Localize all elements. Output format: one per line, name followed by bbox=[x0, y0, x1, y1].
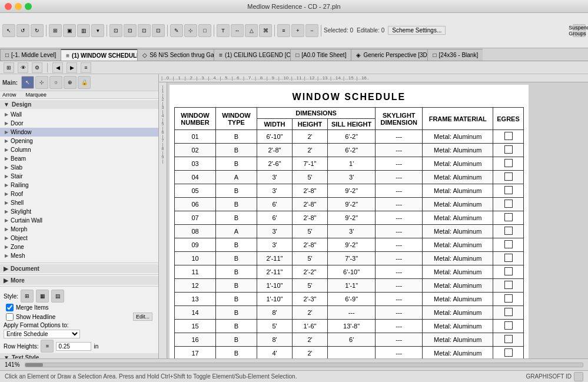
cell-window-type: A bbox=[216, 225, 257, 238]
show-headline-checkbox[interactable]: Show Headline Edit... bbox=[0, 312, 158, 321]
tool-text[interactable]: T bbox=[217, 24, 230, 37]
tree-door[interactable]: ▶Door bbox=[0, 119, 158, 128]
tool-undo[interactable]: ↺ bbox=[16, 24, 29, 37]
cell-window-type: B bbox=[216, 333, 257, 347]
window-controls[interactable] bbox=[5, 3, 32, 10]
close-button[interactable] bbox=[5, 3, 12, 10]
lock-tool[interactable]: 🔒 bbox=[78, 76, 91, 89]
status-icon bbox=[574, 372, 583, 381]
cell-skylight: --- bbox=[376, 130, 423, 144]
tree-shell[interactable]: ▶Shell bbox=[0, 198, 158, 207]
tree-window[interactable]: ▶Window bbox=[0, 128, 158, 137]
tree-mesh[interactable]: ▶Mesh bbox=[0, 251, 158, 260]
selection-tool[interactable]: ⊹ bbox=[35, 76, 48, 89]
tree-beam[interactable]: ▶Beam bbox=[0, 154, 158, 163]
transform-tool[interactable]: ⊕ bbox=[64, 76, 77, 89]
tab-middle-level[interactable]: □ [-1. Middle Level] bbox=[0, 49, 61, 61]
show-headline-input[interactable] bbox=[6, 313, 14, 321]
maximize-button[interactable] bbox=[25, 3, 32, 10]
tree-skylight-label: Skylight bbox=[11, 208, 31, 215]
view-icon-settings[interactable]: ⚙ bbox=[32, 62, 42, 73]
tree-stair[interactable]: ▶Stair bbox=[0, 172, 158, 181]
tool-align2[interactable]: ⊡ bbox=[124, 24, 137, 37]
tree-morph[interactable]: ▶Morph bbox=[0, 225, 158, 234]
th-dimensions: DIMENSIONS bbox=[257, 108, 376, 119]
tool-view2[interactable]: ▥ bbox=[77, 24, 90, 37]
style-icon-1[interactable]: ⊞ bbox=[21, 290, 34, 303]
tree-column[interactable]: ▶Column bbox=[0, 145, 158, 154]
design-header[interactable]: ▼ Design bbox=[0, 100, 158, 109]
view-icon-prev[interactable]: ◀ bbox=[52, 62, 63, 73]
tab-section-garage[interactable]: ◇ S6 N/S Section thrug Garage... bbox=[137, 49, 214, 61]
table-row: 11 B 2'-11" 2'-2" 6'-10" --- Metal: Alum… bbox=[175, 265, 524, 279]
tree-skylight[interactable]: ▶Skylight bbox=[0, 207, 158, 216]
view-icon-eye[interactable]: 👁 bbox=[18, 62, 28, 73]
scroll-thumb[interactable] bbox=[25, 363, 43, 367]
row-height-input[interactable] bbox=[56, 342, 91, 351]
cell-height: 2'-8" bbox=[293, 198, 328, 211]
tree-opening[interactable]: ▶Opening bbox=[0, 137, 158, 145]
tree-object[interactable]: ▶Object bbox=[0, 234, 158, 243]
edit-headline-button[interactable]: Edit... bbox=[133, 313, 152, 321]
view-icon-next[interactable]: ▶ bbox=[67, 62, 77, 73]
document-header[interactable]: ▶ Document bbox=[0, 264, 158, 273]
tab-title-sheet[interactable]: □ [A0.0 Title Sheet] bbox=[290, 49, 351, 61]
tool-zoom-in[interactable]: + bbox=[291, 24, 304, 37]
tab-blank[interactable]: □ [24x36 - Blank] bbox=[427, 49, 483, 61]
th-frame-material: FRAME MATERIAL bbox=[423, 108, 493, 130]
lasso-tool[interactable]: ○ bbox=[49, 76, 62, 89]
more-header[interactable]: ▶ More bbox=[0, 276, 158, 285]
scroll-bar[interactable] bbox=[25, 363, 583, 367]
tool-align1[interactable]: ⊡ bbox=[109, 24, 122, 37]
tool-shape[interactable]: □ bbox=[198, 24, 211, 37]
merge-items-checkbox[interactable]: Merge Items bbox=[0, 303, 158, 312]
tool-select[interactable]: ⊹ bbox=[184, 24, 197, 37]
left-panel: Main: ↖ ⊹ ○ ⊕ 🔒 Arrow Marquee ▼ Design ▶… bbox=[0, 74, 159, 358]
tree-curtain-wall[interactable]: ▶Curtain Wall bbox=[0, 216, 158, 225]
tool-misc[interactable]: ⌘ bbox=[259, 24, 272, 37]
view-icon-layers[interactable]: ≡ bbox=[81, 62, 91, 73]
text-style-header[interactable]: ▼ Text Style bbox=[0, 353, 158, 358]
tool-pen[interactable]: ✎ bbox=[170, 24, 183, 37]
cell-width: 6' bbox=[257, 198, 293, 211]
style-icon-2[interactable]: ▦ bbox=[36, 290, 49, 303]
tree-slab[interactable]: ▶Slab bbox=[0, 163, 158, 172]
tools-section: Main: ↖ ⊹ ○ ⊕ 🔒 bbox=[0, 74, 158, 91]
tree-roof[interactable]: ▶Roof bbox=[0, 190, 158, 198]
tab-ceiling-legend[interactable]: ≡ (1) CEILING LEGEND [CEIL... bbox=[214, 49, 290, 61]
tab-icon-4: ≡ bbox=[219, 52, 222, 58]
tab-label-1: [-1. Middle Level] bbox=[11, 52, 56, 58]
tab-perspective[interactable]: ◈ Generic Perspective [3D / All] bbox=[351, 49, 427, 61]
row-height-icon[interactable]: ≡ bbox=[41, 340, 54, 353]
tool-grid[interactable]: ⊞ bbox=[49, 24, 62, 37]
tab-window-schedule[interactable]: ≡ (1) WINDOW SCHEDULE [WIN... bbox=[61, 49, 137, 61]
cell-sill: 6'-2" bbox=[328, 144, 376, 157]
minimize-button[interactable] bbox=[15, 3, 22, 10]
view-icon-grid[interactable]: ⊞ bbox=[4, 62, 14, 73]
cell-window-type: A bbox=[216, 171, 257, 184]
tool-align4[interactable]: ⊡ bbox=[152, 24, 165, 37]
tool-dim[interactable]: ↔ bbox=[231, 24, 244, 37]
tree-zone[interactable]: ▶Zone bbox=[0, 243, 158, 251]
tool-zoom-out[interactable]: − bbox=[305, 24, 318, 37]
cell-window-type: B bbox=[216, 293, 257, 306]
cell-window-num: 15 bbox=[175, 320, 216, 333]
tool-layer[interactable]: ≡ bbox=[277, 24, 290, 37]
tool-view1[interactable]: ▣ bbox=[63, 24, 76, 37]
format-select[interactable]: Entire Schedule bbox=[4, 330, 80, 338]
scheme-settings-button[interactable]: Scheme Settings... bbox=[388, 26, 446, 35]
merge-items-input[interactable] bbox=[6, 304, 14, 311]
status-bar: Click an Element or Draw a Selection Are… bbox=[0, 370, 588, 382]
arrow-tool-button[interactable]: ↖ bbox=[21, 76, 34, 89]
tool-redo[interactable]: ↻ bbox=[31, 24, 44, 37]
tree-railing[interactable]: ▶Railing bbox=[0, 181, 158, 190]
suspend-groups-button[interactable]: Suspend Groups bbox=[573, 24, 586, 37]
content-wrapper: |...0...|...1...|...2...|...3...|...4...… bbox=[159, 74, 588, 358]
tree-wall[interactable]: ▶Wall bbox=[0, 110, 158, 119]
tool-arrow[interactable]: ↖ bbox=[2, 24, 15, 37]
separator-2 bbox=[107, 25, 107, 36]
tool-poly[interactable]: △ bbox=[245, 24, 258, 37]
tool-dropdown1[interactable]: ▾ bbox=[91, 24, 104, 37]
tool-align3[interactable]: ⊡ bbox=[138, 24, 151, 37]
style-icon-3[interactable]: ▤ bbox=[51, 290, 64, 303]
